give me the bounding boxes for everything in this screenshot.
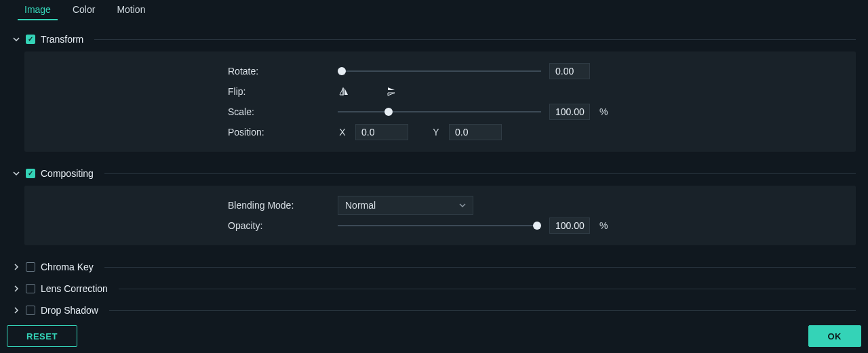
tab-color[interactable]: Color [73,4,95,19]
reset-button[interactable]: RESET [7,325,77,347]
divider [104,267,856,268]
section-header-transform: ✓ Transform [12,27,856,49]
chevron-down-icon[interactable] [12,35,20,43]
section-title-compositing: Compositing [41,168,94,179]
flip-horizontal-icon[interactable] [338,85,350,98]
input-position-y[interactable]: 0.0 [449,124,502,140]
label-rotate: Rotate: [228,66,330,77]
checkbox-compositing[interactable]: ✓ [26,169,35,178]
chevron-right-icon[interactable] [12,306,20,314]
section-header-chroma-key: Chroma Key [12,255,856,276]
slider-rotate[interactable] [338,66,541,77]
chevron-down-icon [459,200,466,211]
chevron-down-icon[interactable] [12,169,20,178]
section-title-transform: Transform [41,34,83,45]
ok-button[interactable]: OK [808,325,862,347]
label-position: Position: [228,127,330,138]
checkbox-chroma-key[interactable] [26,262,35,272]
select-blending-mode[interactable]: Normal [338,196,473,215]
select-blending-mode-value: Normal [345,200,376,211]
footer-bar: RESET OK [0,322,868,353]
input-scale[interactable]: 100.00 [549,104,590,120]
content-scroll[interactable]: ✓ Transform Rotate: 0.00 Flip: Scale: [0,23,868,321]
label-y: Y [431,127,441,138]
section-title-chroma-key: Chroma Key [41,262,94,272]
label-flip: Flip: [228,86,330,97]
flip-vertical-icon[interactable] [385,85,397,98]
checkbox-drop-shadow[interactable] [26,306,35,315]
section-title-drop-shadow: Drop Shadow [41,305,98,316]
section-header-compositing: ✓ Compositing [12,161,856,183]
divider [119,289,856,289]
chevron-right-icon[interactable] [12,263,20,271]
label-opacity: Opacity: [228,220,330,231]
slider-scale[interactable] [338,106,541,117]
checkbox-transform[interactable]: ✓ [26,35,35,44]
section-header-drop-shadow: Drop Shadow [12,298,856,320]
section-title-lens-correction: Lens Correction [41,283,108,294]
tab-strip: Image Color Motion [0,0,868,23]
slider-opacity[interactable] [338,220,541,231]
panel-transform: Rotate: 0.00 Flip: Scale: 100.00 [24,51,856,152]
input-position-x[interactable]: 0.0 [355,124,408,140]
tab-image[interactable]: Image [24,4,51,19]
label-x: X [338,127,347,138]
panel-compositing: Blending Mode: Normal Opacity: 100.00 % [24,186,856,245]
unit-scale: % [599,106,608,117]
label-blending-mode: Blending Mode: [228,200,330,211]
unit-opacity: % [599,220,608,231]
checkbox-lens-correction[interactable] [26,284,35,293]
label-scale: Scale: [228,106,330,117]
divider [109,310,856,311]
section-header-lens-correction: Lens Correction [12,276,856,298]
tab-motion[interactable]: Motion [117,4,145,19]
input-rotate[interactable]: 0.00 [549,63,590,79]
divider [104,173,856,174]
divider [94,39,856,40]
chevron-right-icon[interactable] [12,285,20,293]
input-opacity[interactable]: 100.00 [549,217,590,234]
